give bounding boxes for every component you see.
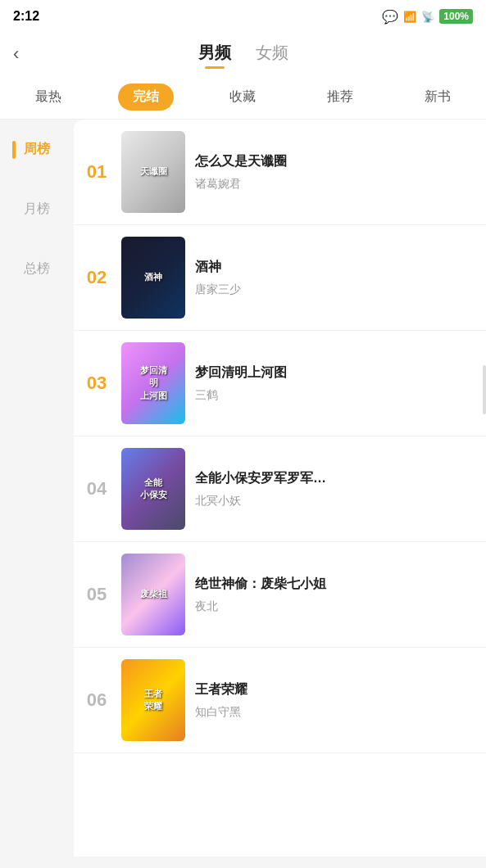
book-info-5: 绝世神偷：废柴七小姐 夜北 — [195, 576, 473, 614]
book-author-1: 诸葛婉君 — [195, 177, 473, 192]
sidebar-item-month[interactable]: 月榜 — [24, 196, 50, 223]
book-title-3: 梦回清明上河图 — [195, 364, 473, 382]
book-author-6: 知白守黑 — [195, 705, 473, 720]
filter-complete[interactable]: 完结 — [118, 84, 174, 111]
status-bar: 2:12 💬 📶 📡 100% — [0, 0, 486, 33]
book-title-4: 全能小保安罗军罗军… — [195, 470, 473, 487]
book-author-3: 三鹤 — [195, 388, 473, 403]
book-info-4: 全能小保安罗军罗军… 北冥小妖 — [195, 470, 473, 509]
book-list: 01 天谶圈 怎么又是天谶圈 诸葛婉君 02 酒神 酒神 唐家三少 03 — [74, 120, 486, 857]
book-title-2: 酒神 — [195, 259, 473, 276]
book-cover-6: 王者 荣耀 — [121, 659, 185, 741]
rank-6: 06 — [82, 689, 111, 711]
rank-3: 03 — [82, 373, 111, 394]
status-icons: 💬 📶 📡 100% — [382, 9, 473, 25]
list-item[interactable]: 02 酒神 酒神 唐家三少 — [74, 225, 486, 331]
header-tabs: 男频 女频 — [198, 42, 288, 67]
cover-text-5: 废柴祖 — [140, 588, 167, 600]
tab-female[interactable]: 女频 — [256, 42, 288, 67]
sidebar: 周榜 月榜 总榜 — [0, 120, 74, 857]
book-title-1: 怎么又是天谶圈 — [195, 153, 473, 170]
battery-label: 100% — [439, 9, 473, 24]
book-author-4: 北冥小妖 — [195, 494, 473, 509]
filter-collect[interactable]: 收藏 — [215, 84, 270, 111]
book-author-2: 唐家三少 — [195, 283, 473, 297]
rank-2: 02 — [82, 267, 111, 288]
cover-text-3: 梦回清明 上河图 — [138, 364, 170, 402]
list-item[interactable]: 04 全能 小保安 全能小保安罗军罗军… 北冥小妖 — [74, 436, 486, 542]
book-title-5: 绝世神偷：废柴七小姐 — [195, 576, 473, 593]
filter-recommend[interactable]: 推荐 — [312, 84, 368, 111]
sidebar-item-total[interactable]: 总榜 — [24, 255, 50, 283]
tab-male[interactable]: 男频 — [198, 42, 231, 67]
cover-text-2: 酒神 — [144, 271, 162, 283]
book-cover-5: 废柴祖 — [121, 554, 185, 635]
book-cover-3: 梦回清明 上河图 — [121, 342, 185, 424]
book-title-6: 王者荣耀 — [195, 681, 473, 698]
book-cover-4: 全能 小保安 — [121, 448, 185, 530]
main-content: 周榜 月榜 总榜 01 天谶圈 怎么又是天谶圈 诸葛婉君 02 酒神 酒神 唐家… — [0, 120, 486, 857]
filter-new[interactable]: 新书 — [410, 84, 466, 111]
filter-bar: 最热 完结 收藏 推荐 新书 — [0, 75, 486, 120]
scrollbar — [483, 365, 486, 414]
book-info-3: 梦回清明上河图 三鹤 — [195, 364, 473, 403]
rank-4: 04 — [82, 478, 111, 500]
header: ‹ 男频 女频 — [0, 33, 486, 75]
sidebar-item-week[interactable]: 周榜 — [24, 136, 50, 163]
signal-icon: 📶 — [403, 11, 416, 23]
book-cover-1: 天谶圈 — [121, 131, 185, 213]
status-time: 2:12 — [13, 9, 39, 24]
list-item[interactable]: 05 废柴祖 绝世神偷：废柴七小姐 夜北 — [74, 542, 486, 648]
message-icon: 💬 — [382, 9, 398, 25]
back-button[interactable]: ‹ — [13, 43, 19, 65]
filter-hot[interactable]: 最热 — [20, 84, 76, 111]
wifi-icon: 📡 — [421, 11, 434, 23]
rank-5: 05 — [82, 584, 111, 605]
book-cover-2: 酒神 — [121, 237, 185, 319]
book-info-2: 酒神 唐家三少 — [195, 259, 473, 297]
book-info-1: 怎么又是天谶圈 诸葛婉君 — [195, 153, 473, 192]
book-author-5: 夜北 — [195, 599, 473, 614]
list-item[interactable]: 06 王者 荣耀 王者荣耀 知白守黑 — [74, 648, 486, 753]
cover-text-4: 全能 小保安 — [140, 477, 167, 502]
list-item[interactable]: 01 天谶圈 怎么又是天谶圈 诸葛婉君 — [74, 120, 486, 225]
list-item[interactable]: 03 梦回清明 上河图 梦回清明上河图 三鹤 — [74, 331, 486, 436]
book-info-6: 王者荣耀 知白守黑 — [195, 681, 473, 720]
rank-1: 01 — [82, 161, 111, 183]
cover-text-6: 王者 荣耀 — [144, 688, 162, 713]
cover-text-1: 天谶圈 — [140, 165, 167, 178]
